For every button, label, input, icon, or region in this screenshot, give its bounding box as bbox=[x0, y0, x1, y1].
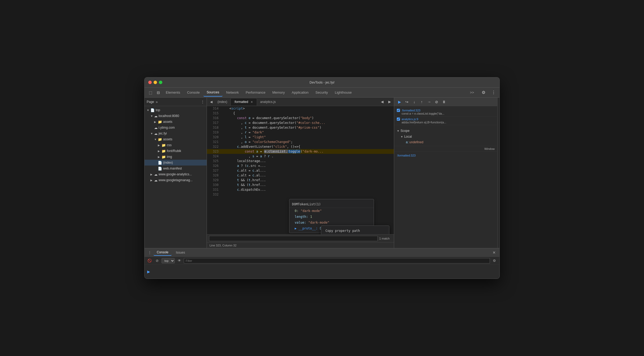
step-btn[interactable]: → bbox=[426, 99, 432, 105]
search-input[interactable] bbox=[209, 236, 378, 241]
folder-icon-img: 📁 bbox=[162, 155, 166, 159]
console-menu-icon[interactable]: ⋮ bbox=[147, 250, 153, 255]
tab-network[interactable]: Network bbox=[223, 89, 242, 97]
tree-item-gtm[interactable]: ▶ ☁ www.googletagmanag... bbox=[145, 177, 207, 183]
scope-title[interactable]: ▼ Scope bbox=[397, 128, 495, 134]
tab-application[interactable]: Application bbox=[289, 89, 312, 97]
tree-item-ytimg[interactable]: ☁ i.ytimg.com bbox=[145, 125, 207, 131]
tree-item-img[interactable]: ▶ 📁 img bbox=[145, 154, 207, 160]
tab-nav-forward[interactable]: ▶ bbox=[386, 99, 393, 105]
maximize-button[interactable] bbox=[159, 81, 162, 84]
tree-item-manifest[interactable]: 📄 web.manifest bbox=[145, 166, 207, 171]
tree-item-localhost[interactable]: ▼ ☁ localhost:8080 bbox=[145, 113, 207, 119]
file-tree: ▼ 📄 top ▼ ☁ localhost:8080 ▶ 📁 assets bbox=[145, 106, 207, 248]
tab-nav-back[interactable]: ◀ bbox=[379, 99, 385, 105]
tab-security[interactable]: Security bbox=[312, 89, 331, 97]
tab-elements[interactable]: Elements bbox=[163, 89, 183, 97]
tree-item-top[interactable]: ▼ 📄 top bbox=[145, 107, 207, 113]
call-stack-item-1[interactable]: :formatted:323 bbox=[397, 153, 495, 158]
breakpoint-1: :formatted:323 const a = e.classList.tog… bbox=[394, 108, 497, 116]
resume-btn[interactable]: ▶ bbox=[396, 99, 403, 105]
call-stack-loc: :formatted:323 bbox=[397, 154, 416, 157]
console-prompt: ▶ bbox=[147, 270, 150, 274]
console-tab-console[interactable]: Console bbox=[154, 249, 172, 256]
bp-checkbox-2[interactable] bbox=[397, 118, 400, 121]
sidebar-header: Page » ⋮ bbox=[145, 98, 207, 106]
console-close-btn[interactable]: ✕ bbox=[491, 249, 497, 256]
sidebar-page-label: Page bbox=[147, 100, 154, 104]
bp-checkbox-1[interactable] bbox=[397, 109, 400, 112]
sidebar-options-icon[interactable]: ⋮ bbox=[201, 100, 204, 104]
tooltip-row-value[interactable]: value: "dark-mode" bbox=[289, 220, 374, 225]
code-line-325: 325 localStorage... bbox=[207, 159, 394, 163]
console-tab-issues[interactable]: Issues bbox=[173, 250, 188, 255]
console-eye-btn[interactable]: 👁 bbox=[176, 258, 182, 264]
tree-item-css[interactable]: ▶ 📁 css bbox=[145, 142, 207, 148]
tab-nav-left[interactable]: ◀ bbox=[208, 99, 214, 105]
editor-tab-close-formatted[interactable]: ✕ bbox=[250, 100, 254, 104]
ctx-copy-property-path[interactable]: Copy property path bbox=[321, 227, 389, 234]
deactivate-btn[interactable]: ⊘ bbox=[433, 99, 440, 105]
devtools-tab-bar: ⬚ ⊟ Elements Console Sources Network Per… bbox=[145, 88, 499, 98]
tree-toggle-assets-local: ▶ bbox=[154, 120, 158, 123]
code-line-332: 332 bbox=[207, 192, 394, 197]
right-scrollbar[interactable] bbox=[497, 98, 499, 248]
tree-item-ga[interactable]: ▶ ☁ www.google-analytics... bbox=[145, 171, 207, 177]
tree-item-assets-jec[interactable]: ▼ 📁 assets bbox=[145, 136, 207, 142]
console-clear-btn[interactable]: 🚫 bbox=[147, 258, 153, 264]
tree-item-jecfyi[interactable]: ▼ ☁ jec.fyi bbox=[145, 131, 207, 136]
tooltip-row-0[interactable]: 0: "dark-mode" bbox=[289, 208, 374, 214]
breakpoints-section: :formatted:323 const a = e.classList.tog… bbox=[394, 106, 497, 127]
window-title: DevTools - jec.fyi/ bbox=[310, 81, 334, 84]
bp-header-2: analytics.js:9 bbox=[397, 118, 495, 121]
folder-icon-assets: 📁 bbox=[158, 120, 162, 124]
console-context-select[interactable]: top bbox=[162, 258, 175, 263]
right-panel-content: :formatted:323 const a = e.classList.tog… bbox=[394, 106, 497, 248]
tree-toggle-img: ▶ bbox=[158, 155, 162, 158]
minimize-button[interactable] bbox=[154, 81, 157, 84]
console-filter-input[interactable] bbox=[184, 258, 490, 263]
bp-code-1: const a = e.classList.toggle("da... bbox=[402, 112, 495, 115]
cloud-icon-gtm: ☁ bbox=[154, 178, 158, 182]
scope-local: ▼ Local a: undefined bbox=[397, 134, 495, 145]
settings-icon[interactable]: ⚙ bbox=[480, 89, 487, 96]
console-filter-icon[interactable]: ⊘ bbox=[154, 258, 160, 264]
search-bar: 1 match bbox=[207, 234, 394, 242]
tooltip-row-length[interactable]: length: 1 bbox=[289, 214, 374, 220]
element-picker-icon[interactable]: ⬚ bbox=[147, 89, 154, 96]
tab-memory[interactable]: Memory bbox=[269, 89, 288, 97]
tab-lighthouse[interactable]: Lighthouse bbox=[332, 89, 355, 97]
code-editor[interactable]: 314 <script> 315 { 316 const e = documen… bbox=[207, 106, 394, 234]
tab-performance[interactable]: Performance bbox=[242, 89, 268, 97]
sidebar-more-icon[interactable]: » bbox=[156, 100, 158, 104]
tab-console[interactable]: Console bbox=[184, 89, 203, 97]
close-button[interactable] bbox=[148, 81, 152, 84]
console-input-area[interactable]: ▶ bbox=[145, 265, 499, 279]
scope-prop-a: a: undefined bbox=[401, 140, 495, 145]
tab-more[interactable]: >> bbox=[467, 89, 477, 97]
tree-item-index[interactable]: 📄 (index) bbox=[145, 160, 207, 166]
step-over-btn[interactable]: ↪ bbox=[404, 99, 410, 105]
editor-tab-index[interactable]: (index) bbox=[214, 98, 230, 106]
more-options-icon[interactable]: ⋮ bbox=[490, 89, 497, 96]
step-out-btn[interactable]: ↑ bbox=[419, 99, 425, 105]
editor-tab-label-index: (index) bbox=[217, 100, 227, 104]
tree-item-assets-local[interactable]: ▶ 📁 assets bbox=[145, 119, 207, 125]
cloud-icon-ytimg: ☁ bbox=[154, 126, 158, 130]
console-settings-btn[interactable]: ⚙ bbox=[491, 258, 497, 264]
tab-sources[interactable]: Sources bbox=[203, 89, 223, 97]
editor-tab-analytics[interactable]: analytics.js bbox=[257, 98, 279, 106]
scope-label: Scope bbox=[401, 129, 410, 133]
code-line-328: 328 c.alt = c.al... bbox=[207, 173, 394, 178]
context-menu: Copy property path Copy object Add prope… bbox=[321, 225, 389, 234]
cloud-icon: ☁ bbox=[154, 114, 158, 118]
step-into-btn[interactable]: ↓ bbox=[411, 99, 417, 105]
scope-local-title[interactable]: ▼ Local bbox=[401, 134, 495, 140]
pause-exception-btn[interactable]: ⏸ bbox=[441, 99, 447, 105]
sidebar: Page » ⋮ ▼ 📄 top ▼ ☁ localhost:8080 bbox=[145, 98, 207, 248]
device-toggle-icon[interactable]: ⊟ bbox=[155, 89, 162, 96]
editor-tab-formatted[interactable]: :formatted ✕ bbox=[230, 98, 257, 106]
tree-item-font[interactable]: ▶ 📁 font/Rubik bbox=[145, 148, 207, 154]
traffic-lights bbox=[148, 81, 162, 84]
right-panel: ▶ ↪ ↓ ↑ → ⊘ ⏸ :formatted:323 const bbox=[394, 98, 497, 248]
